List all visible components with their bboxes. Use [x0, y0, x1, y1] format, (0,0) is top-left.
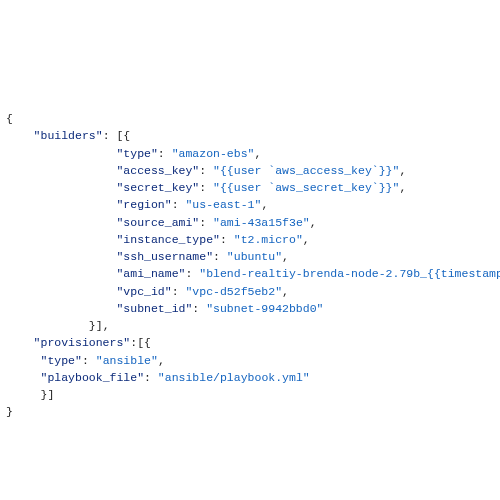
code-line: }],: [6, 317, 500, 334]
code-line: "source_ami": "ami-43a15f3e",: [6, 214, 500, 231]
code-block: { "builders": [{ "type": "amazon-ebs", "…: [0, 0, 500, 421]
json-string: "ami-43a15f3e": [213, 216, 310, 229]
json-string: "ansible": [96, 354, 158, 367]
code-line: "region": "us-east-1",: [6, 196, 500, 213]
json-string: "blend-realtiy-brenda-node-2.79b_{{times…: [199, 267, 500, 280]
code-line: "type": "ansible",: [6, 352, 500, 369]
code-line: "builders": [{: [6, 127, 500, 144]
json-punct: ,: [399, 181, 406, 194]
json-punct: :: [172, 198, 186, 211]
json-punct: :: [82, 354, 96, 367]
json-punct: :: [144, 371, 158, 384]
json-punct: ,: [254, 147, 261, 160]
json-string: "{{user `aws_secret_key`}}": [213, 181, 399, 194]
json-key: "subnet_id": [116, 302, 192, 315]
json-string: "us-east-1": [185, 198, 261, 211]
json-punct: :: [213, 250, 227, 263]
code-line: }]: [6, 386, 500, 403]
json-key: "provisioners": [34, 336, 131, 349]
json-punct: [34, 371, 41, 384]
code-line: "provisioners":[{: [6, 334, 500, 351]
json-punct: ,: [310, 216, 317, 229]
json-key: "playbook_file": [41, 371, 145, 384]
json-punct: {: [6, 112, 13, 125]
json-punct: :: [220, 233, 234, 246]
code-line: }: [6, 403, 500, 420]
json-punct: :: [199, 164, 213, 177]
json-key: "type": [41, 354, 82, 367]
code-line: "type": "amazon-ebs",: [6, 145, 500, 162]
json-punct: ,: [303, 233, 310, 246]
json-punct: :: [199, 181, 213, 194]
code-line: "vpc_id": "vpc-d52f5eb2",: [6, 283, 500, 300]
json-key: "region": [116, 198, 171, 211]
code-line: "instance_type": "t2.micro",: [6, 231, 500, 248]
json-string: "vpc-d52f5eb2": [185, 285, 282, 298]
json-punct: }]: [34, 388, 55, 401]
json-punct: }: [6, 405, 13, 418]
json-punct: :: [158, 147, 172, 160]
json-string: "{{user `aws_access_key`}}": [213, 164, 399, 177]
code-line: "access_key": "{{user `aws_access_key`}}…: [6, 162, 500, 179]
json-key: "access_key": [116, 164, 199, 177]
json-punct: ,: [282, 285, 289, 298]
json-punct: ,: [282, 250, 289, 263]
code-line: "ssh_username": "ubuntu",: [6, 248, 500, 265]
json-string: "t2.micro": [234, 233, 303, 246]
json-punct: ,: [399, 164, 406, 177]
json-key: "ami_name": [116, 267, 185, 280]
json-key: "type": [116, 147, 157, 160]
code-line: "playbook_file": "ansible/playbook.yml": [6, 369, 500, 386]
json-string: "subnet-9942bbd0": [206, 302, 323, 315]
json-key: "source_ami": [116, 216, 199, 229]
json-string: "ansible/playbook.yml": [158, 371, 310, 384]
json-punct: : [{: [103, 129, 131, 142]
json-punct: ,: [261, 198, 268, 211]
json-punct: }],: [89, 319, 110, 332]
json-key: "instance_type": [116, 233, 220, 246]
json-key: "builders": [34, 129, 103, 142]
json-punct: :: [192, 302, 206, 315]
code-line: "secret_key": "{{user `aws_secret_key`}}…: [6, 179, 500, 196]
json-punct: :: [185, 267, 199, 280]
code-line: "ami_name": "blend-realtiy-brenda-node-2…: [6, 265, 500, 282]
json-punct: [34, 354, 41, 367]
json-key: "vpc_id": [116, 285, 171, 298]
json-string: "ubuntu": [227, 250, 282, 263]
json-punct: :[{: [130, 336, 151, 349]
code-line: {: [6, 110, 500, 127]
json-punct: :: [199, 216, 213, 229]
json-punct: ,: [158, 354, 165, 367]
json-key: "ssh_username": [116, 250, 213, 263]
json-string: "amazon-ebs": [172, 147, 255, 160]
json-punct: :: [172, 285, 186, 298]
json-key: "secret_key": [116, 181, 199, 194]
code-line: "subnet_id": "subnet-9942bbd0": [6, 300, 500, 317]
